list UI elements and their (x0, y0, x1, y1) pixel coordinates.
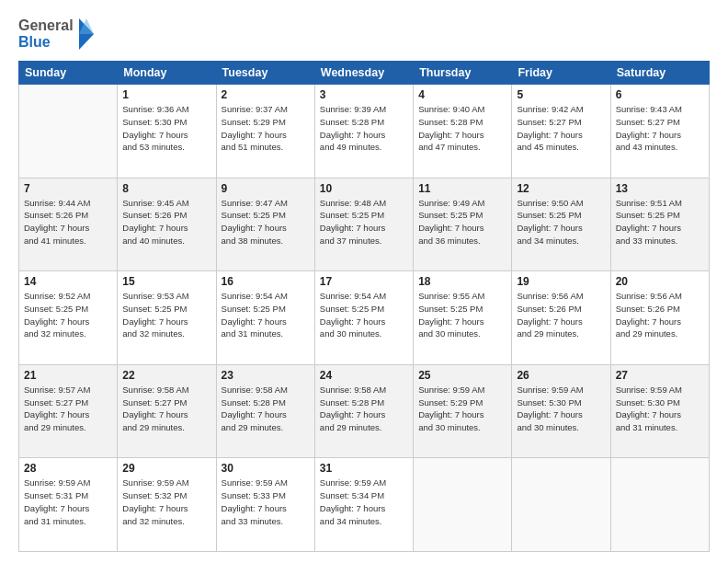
calendar-cell: 12Sunrise: 9:50 AM Sunset: 5:25 PM Dayli… (512, 178, 610, 271)
calendar-cell: 25Sunrise: 9:59 AM Sunset: 5:29 PM Dayli… (414, 364, 512, 458)
day-number: 21 (24, 369, 112, 382)
day-detail: Sunrise: 9:59 AM Sunset: 5:32 PM Dayligh… (122, 477, 210, 527)
calendar-cell: 27Sunrise: 9:59 AM Sunset: 5:30 PM Dayli… (610, 364, 709, 458)
day-number: 24 (320, 369, 408, 382)
col-header-tuesday: Tuesday (216, 62, 314, 85)
day-number: 22 (122, 369, 210, 382)
calendar-cell: 2Sunrise: 9:37 AM Sunset: 5:29 PM Daylig… (216, 85, 314, 178)
day-number: 28 (24, 462, 112, 475)
calendar-cell: 26Sunrise: 9:59 AM Sunset: 5:30 PM Dayli… (512, 364, 610, 458)
calendar-cell: 9Sunrise: 9:47 AM Sunset: 5:25 PM Daylig… (216, 178, 314, 271)
logo-triangle-icon (75, 17, 96, 52)
day-detail: Sunrise: 9:59 AM Sunset: 5:33 PM Dayligh… (222, 477, 310, 527)
day-number: 2 (222, 88, 310, 101)
day-number: 8 (122, 182, 210, 195)
calendar-cell: 8Sunrise: 9:45 AM Sunset: 5:26 PM Daylig… (118, 178, 216, 271)
calendar-cell: 7Sunrise: 9:44 AM Sunset: 5:26 PM Daylig… (19, 178, 118, 271)
calendar-week-row: 28Sunrise: 9:59 AM Sunset: 5:31 PM Dayli… (19, 458, 710, 552)
page: General Blue SundayMondayTuesdayWednesda… (0, 0, 728, 563)
day-detail: Sunrise: 9:54 AM Sunset: 5:25 PM Dayligh… (320, 290, 408, 340)
logo: General Blue (18, 17, 96, 52)
col-header-wednesday: Wednesday (314, 62, 413, 85)
calendar-cell: 24Sunrise: 9:58 AM Sunset: 5:28 PM Dayli… (314, 364, 413, 458)
col-header-saturday: Saturday (610, 62, 709, 85)
day-detail: Sunrise: 9:48 AM Sunset: 5:25 PM Dayligh… (320, 197, 408, 247)
day-number: 6 (616, 88, 704, 101)
calendar-cell: 19Sunrise: 9:56 AM Sunset: 5:26 PM Dayli… (512, 271, 610, 365)
day-detail: Sunrise: 9:55 AM Sunset: 5:25 PM Dayligh… (418, 290, 506, 340)
day-detail: Sunrise: 9:58 AM Sunset: 5:28 PM Dayligh… (320, 384, 408, 434)
day-detail: Sunrise: 9:43 AM Sunset: 5:27 PM Dayligh… (616, 103, 704, 154)
calendar-cell (19, 85, 118, 178)
day-number: 1 (122, 88, 210, 101)
day-detail: Sunrise: 9:53 AM Sunset: 5:25 PM Dayligh… (122, 290, 210, 340)
calendar-cell: 16Sunrise: 9:54 AM Sunset: 5:25 PM Dayli… (216, 271, 314, 365)
day-number: 30 (222, 462, 310, 475)
day-number: 25 (418, 369, 506, 382)
day-number: 27 (616, 369, 704, 382)
calendar-cell: 6Sunrise: 9:43 AM Sunset: 5:27 PM Daylig… (610, 85, 709, 178)
day-detail: Sunrise: 9:58 AM Sunset: 5:28 PM Dayligh… (222, 384, 310, 434)
day-number: 13 (616, 182, 704, 195)
day-number: 10 (320, 182, 408, 195)
day-detail: Sunrise: 9:59 AM Sunset: 5:31 PM Dayligh… (24, 477, 112, 527)
calendar-week-row: 21Sunrise: 9:57 AM Sunset: 5:27 PM Dayli… (19, 364, 710, 458)
day-detail: Sunrise: 9:47 AM Sunset: 5:25 PM Dayligh… (222, 197, 310, 247)
col-header-sunday: Sunday (19, 62, 118, 85)
day-number: 31 (320, 462, 408, 475)
day-detail: Sunrise: 9:59 AM Sunset: 5:30 PM Dayligh… (616, 384, 704, 434)
calendar-cell: 3Sunrise: 9:39 AM Sunset: 5:28 PM Daylig… (314, 85, 413, 178)
calendar-cell (414, 458, 512, 552)
day-number: 18 (418, 275, 506, 288)
day-detail: Sunrise: 9:56 AM Sunset: 5:26 PM Dayligh… (517, 290, 605, 340)
day-number: 12 (517, 182, 605, 195)
day-number: 15 (122, 275, 210, 288)
day-number: 29 (122, 462, 210, 475)
day-number: 23 (222, 369, 310, 382)
day-detail: Sunrise: 9:59 AM Sunset: 5:34 PM Dayligh… (320, 477, 408, 527)
calendar-cell: 21Sunrise: 9:57 AM Sunset: 5:27 PM Dayli… (19, 364, 118, 458)
calendar-cell: 29Sunrise: 9:59 AM Sunset: 5:32 PM Dayli… (118, 458, 216, 552)
day-detail: Sunrise: 9:50 AM Sunset: 5:25 PM Dayligh… (517, 197, 605, 247)
day-detail: Sunrise: 9:45 AM Sunset: 5:26 PM Dayligh… (122, 197, 210, 247)
calendar-cell: 17Sunrise: 9:54 AM Sunset: 5:25 PM Dayli… (314, 271, 413, 365)
col-header-thursday: Thursday (414, 62, 512, 85)
day-number: 19 (517, 275, 605, 288)
calendar-header-row: SundayMondayTuesdayWednesdayThursdayFrid… (19, 62, 710, 85)
day-detail: Sunrise: 9:54 AM Sunset: 5:25 PM Dayligh… (222, 290, 310, 340)
calendar-cell: 10Sunrise: 9:48 AM Sunset: 5:25 PM Dayli… (314, 178, 413, 271)
logo-blue: Blue (18, 34, 51, 51)
day-detail: Sunrise: 9:52 AM Sunset: 5:25 PM Dayligh… (24, 290, 112, 340)
day-detail: Sunrise: 9:49 AM Sunset: 5:25 PM Dayligh… (418, 197, 506, 247)
day-detail: Sunrise: 9:40 AM Sunset: 5:28 PM Dayligh… (418, 103, 506, 154)
day-number: 14 (24, 275, 112, 288)
day-detail: Sunrise: 9:59 AM Sunset: 5:30 PM Dayligh… (517, 384, 605, 434)
day-detail: Sunrise: 9:36 AM Sunset: 5:30 PM Dayligh… (122, 103, 210, 154)
calendar-cell: 30Sunrise: 9:59 AM Sunset: 5:33 PM Dayli… (216, 458, 314, 552)
calendar-cell: 31Sunrise: 9:59 AM Sunset: 5:34 PM Dayli… (314, 458, 413, 552)
day-number: 20 (616, 275, 704, 288)
calendar-week-row: 1Sunrise: 9:36 AM Sunset: 5:30 PM Daylig… (19, 85, 710, 178)
calendar-cell: 23Sunrise: 9:58 AM Sunset: 5:28 PM Dayli… (216, 364, 314, 458)
logo-general: General (18, 17, 74, 34)
day-detail: Sunrise: 9:37 AM Sunset: 5:29 PM Dayligh… (222, 103, 310, 154)
day-number: 9 (222, 182, 310, 195)
calendar-week-row: 14Sunrise: 9:52 AM Sunset: 5:25 PM Dayli… (19, 271, 710, 365)
header: General Blue (18, 17, 710, 52)
day-detail: Sunrise: 9:57 AM Sunset: 5:27 PM Dayligh… (24, 384, 112, 434)
day-number: 5 (517, 88, 605, 101)
calendar-cell: 11Sunrise: 9:49 AM Sunset: 5:25 PM Dayli… (414, 178, 512, 271)
calendar-cell: 4Sunrise: 9:40 AM Sunset: 5:28 PM Daylig… (414, 85, 512, 178)
calendar-cell: 13Sunrise: 9:51 AM Sunset: 5:25 PM Dayli… (610, 178, 709, 271)
day-detail: Sunrise: 9:58 AM Sunset: 5:27 PM Dayligh… (122, 384, 210, 434)
calendar-table: SundayMondayTuesdayWednesdayThursdayFrid… (18, 61, 710, 552)
day-detail: Sunrise: 9:44 AM Sunset: 5:26 PM Dayligh… (24, 197, 112, 247)
calendar-cell: 15Sunrise: 9:53 AM Sunset: 5:25 PM Dayli… (118, 271, 216, 365)
day-number: 16 (222, 275, 310, 288)
day-detail: Sunrise: 9:59 AM Sunset: 5:29 PM Dayligh… (418, 384, 506, 434)
col-header-monday: Monday (118, 62, 216, 85)
day-number: 17 (320, 275, 408, 288)
calendar-cell: 18Sunrise: 9:55 AM Sunset: 5:25 PM Dayli… (414, 271, 512, 365)
day-detail: Sunrise: 9:51 AM Sunset: 5:25 PM Dayligh… (616, 197, 704, 247)
calendar-week-row: 7Sunrise: 9:44 AM Sunset: 5:26 PM Daylig… (19, 178, 710, 271)
